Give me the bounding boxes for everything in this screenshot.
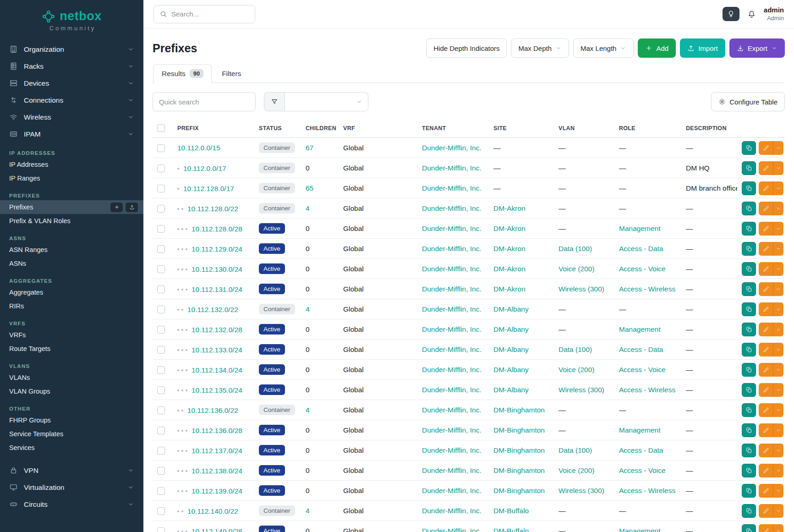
role-link[interactable]: Management (619, 426, 660, 434)
row-checkbox[interactable] (157, 265, 165, 273)
prefix-link[interactable]: 10.112.132.0/22 (187, 306, 238, 314)
select-all-checkbox[interactable] (157, 124, 165, 132)
site-link[interactable]: DM-Akron (493, 245, 526, 252)
prefix-link[interactable]: 10.112.136.0/28 (192, 427, 242, 435)
tenant-link[interactable]: Dunder-Mifflin, Inc. (422, 426, 482, 434)
edit-dropdown-toggle[interactable] (773, 323, 783, 336)
prefix-link[interactable]: 10.112.128.0/22 (187, 205, 238, 213)
copy-button[interactable] (742, 282, 756, 296)
tenant-link[interactable]: Dunder-Mifflin, Inc. (422, 466, 482, 474)
sidebar-item-rirs[interactable]: RIRs (0, 299, 143, 313)
sidebar-item-ip-ranges[interactable]: IP Ranges (0, 171, 143, 185)
row-checkbox[interactable] (157, 245, 165, 253)
edit-button[interactable] (759, 242, 773, 256)
edit-button[interactable] (759, 141, 773, 155)
row-checkbox[interactable] (157, 225, 165, 233)
filter-button[interactable] (264, 92, 285, 111)
vlan-link[interactable]: Data (100) (559, 446, 592, 454)
edit-dropdown-toggle[interactable] (773, 504, 783, 518)
edit-button[interactable] (759, 181, 773, 195)
row-checkbox[interactable] (157, 406, 165, 414)
role-link[interactable]: Access - Voice (619, 265, 666, 273)
row-checkbox[interactable] (157, 487, 165, 495)
edit-button[interactable] (759, 161, 773, 175)
sidebar-item-aggregates[interactable]: Aggregates (0, 285, 143, 299)
row-checkbox[interactable] (157, 285, 165, 293)
copy-button[interactable] (742, 403, 756, 417)
column-header-children[interactable]: CHILDREN (301, 119, 339, 138)
sidebar-item-connections[interactable]: Connections (0, 92, 143, 109)
edit-dropdown-toggle[interactable] (773, 161, 783, 175)
role-link[interactable]: Access - Data (619, 346, 663, 353)
tab-filters[interactable]: Filters (214, 64, 249, 83)
row-checkbox[interactable] (157, 527, 165, 532)
prefix-link[interactable]: 10.112.128.0/17 (183, 185, 234, 193)
edit-button[interactable] (759, 524, 773, 532)
copy-button[interactable] (742, 222, 756, 236)
filter-select[interactable] (285, 92, 368, 111)
column-header-status[interactable]: STATUS (254, 119, 301, 138)
quick-import-button[interactable] (126, 203, 138, 212)
edit-button[interactable] (759, 222, 773, 236)
sidebar-item-services[interactable]: Services (0, 441, 143, 455)
prefix-link[interactable]: 10.112.0.0/15 (177, 144, 220, 152)
theme-toggle-button[interactable] (723, 7, 739, 21)
tenant-link[interactable]: Dunder-Mifflin, Inc. (422, 285, 482, 293)
edit-button[interactable] (759, 444, 773, 457)
vlan-link[interactable]: Voice (200) (559, 366, 594, 373)
site-link[interactable]: DM-Buffalo (493, 507, 529, 515)
copy-button[interactable] (742, 504, 756, 518)
edit-dropdown-toggle[interactable] (773, 464, 783, 477)
role-link[interactable]: Access - Wireless (619, 285, 675, 293)
copy-button[interactable] (742, 323, 756, 336)
column-header-vlan[interactable]: VLAN (554, 119, 614, 138)
site-link[interactable]: DM-Akron (493, 265, 526, 273)
copy-button[interactable] (742, 423, 756, 437)
site-link[interactable]: DM-Akron (493, 285, 526, 293)
copy-button[interactable] (742, 343, 756, 356)
sidebar-item-asn-ranges[interactable]: ASN Ranges (0, 243, 143, 257)
sidebar-item-virtualization[interactable]: Virtualization (0, 479, 143, 496)
role-link[interactable]: Access - Data (619, 245, 663, 252)
edit-dropdown-toggle[interactable] (773, 343, 783, 356)
role-link[interactable]: Management (619, 527, 660, 532)
edit-button[interactable] (759, 504, 773, 518)
sidebar-item-asns[interactable]: ASNs (0, 257, 143, 270)
copy-button[interactable] (742, 141, 756, 155)
sidebar-item-vlan-groups[interactable]: VLAN Groups (0, 384, 143, 398)
children-count-link[interactable]: 4 (306, 305, 310, 313)
tenant-link[interactable]: Dunder-Mifflin, Inc. (422, 305, 482, 313)
search-input[interactable] (171, 10, 249, 18)
sidebar-item-vpn[interactable]: VPN (0, 462, 143, 479)
site-link[interactable]: DM-Albany (493, 325, 529, 333)
edit-dropdown-toggle[interactable] (773, 282, 783, 296)
add-button[interactable]: Add (638, 38, 676, 58)
copy-button[interactable] (742, 302, 756, 316)
vlan-link[interactable]: Voice (200) (559, 466, 594, 474)
prefix-link[interactable]: 10.112.139.0/24 (192, 487, 242, 495)
prefix-link[interactable]: 10.112.140.0/22 (187, 507, 238, 516)
role-link[interactable]: Access - Data (619, 446, 663, 454)
edit-button[interactable] (759, 403, 773, 417)
column-header-vrf[interactable]: VRF (339, 119, 417, 138)
prefix-link[interactable]: 10.112.140.0/28 (192, 527, 242, 532)
edit-button[interactable] (759, 262, 773, 276)
site-link[interactable]: DM-Akron (493, 225, 526, 232)
column-header-tenant[interactable]: TENANT (417, 119, 489, 138)
prefix-link[interactable]: 10.112.132.0/28 (192, 326, 242, 334)
prefix-link[interactable]: 10.112.130.0/24 (192, 265, 242, 274)
site-link[interactable]: DM-Binghamton (493, 466, 545, 474)
copy-button[interactable] (742, 524, 756, 532)
sidebar-item-organization[interactable]: Organization (0, 41, 143, 58)
copy-button[interactable] (742, 464, 756, 477)
sidebar-item-prefixes[interactable]: Prefixes (0, 200, 143, 214)
sidebar-item-ip-addresses[interactable]: IP Addresses (0, 158, 143, 171)
edit-dropdown-toggle[interactable] (773, 484, 783, 498)
role-link[interactable]: Access - Voice (619, 366, 666, 373)
copy-button[interactable] (742, 444, 756, 457)
prefix-link[interactable]: 10.112.135.0/24 (192, 386, 242, 395)
role-link[interactable]: Access - Voice (619, 466, 666, 474)
edit-button[interactable] (759, 323, 773, 336)
edit-button[interactable] (759, 383, 773, 397)
site-link[interactable]: DM-Akron (493, 204, 526, 212)
